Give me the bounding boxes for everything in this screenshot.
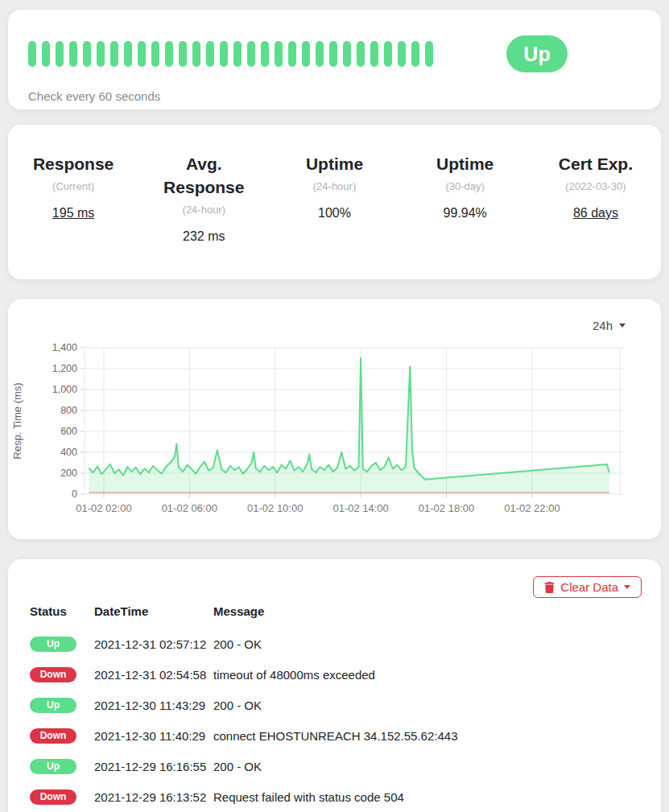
heartbeat-bar[interactable] [206, 41, 214, 67]
stat-subtitle: (30-day) [408, 180, 522, 192]
stat-value: 86 days [539, 206, 653, 221]
events-card: Clear Data StatusDateTimeMessageUp2021-1… [8, 559, 661, 812]
heartbeat-bar[interactable] [247, 41, 255, 67]
x-tick-label: 01-02 18:00 [419, 502, 474, 514]
stat-title: Response [16, 152, 130, 175]
status-badge-up: Up [30, 698, 76, 713]
status-badge-up: Up [30, 759, 76, 774]
heartbeat-bar[interactable] [165, 41, 173, 67]
stat-title: Uptime [277, 152, 391, 175]
heartbeat-bar[interactable] [83, 41, 91, 67]
stat-column-cert-exp-2022-03-30-: Cert Exp.(2022-03-30)86 days [531, 152, 661, 279]
stat-subtitle: (Current) [16, 180, 130, 192]
heartbeat-bar[interactable] [343, 41, 351, 67]
stats-card: Response(Current)195 msAvg. Response(24-… [8, 125, 661, 279]
event-datetime: 2021-12-30 11:43:29 [94, 699, 213, 712]
status-badge-down: Down [30, 728, 76, 744]
heartbeat-bar[interactable] [28, 41, 36, 67]
y-tick-label: 1,400 [52, 342, 77, 353]
heartbeat-bar[interactable] [138, 41, 146, 67]
stat-column-uptime-24-hour-: Uptime(24-hour)100% [269, 152, 399, 279]
x-tick-label: 01-02 22:00 [504, 502, 560, 514]
status-badge-down: Down [30, 667, 76, 682]
y-axis-label: Resp. Time (ms) [11, 382, 23, 459]
table-row: Up2021-12-29 16:16:55200 - OK [30, 751, 639, 781]
table-row: Up2021-12-31 02:57:12200 - OK [30, 629, 639, 659]
heartbeat-bar[interactable] [179, 41, 187, 67]
event-message: timeout of 48000ms exceeded [213, 668, 639, 682]
heartbeat-bar[interactable] [192, 41, 200, 67]
heartbeat-bar[interactable] [233, 41, 242, 67]
column-header-datetime: DateTime [94, 604, 213, 618]
status-badge-wrap: Up [433, 35, 641, 72]
heartbeat-bar[interactable] [370, 41, 378, 67]
heartbeat-section: Up [28, 35, 641, 72]
column-header-message: Message [213, 604, 639, 618]
heartbeat-bar[interactable] [384, 41, 392, 67]
event-message: connect EHOSTUNREACH 34.152.55.62:443 [213, 729, 639, 743]
y-tick-label: 200 [60, 468, 77, 479]
stat-value: 99.94% [408, 206, 522, 221]
status-badge-up: Up [30, 637, 76, 652]
heartbeat-bar[interactable] [261, 41, 269, 67]
heartbeat-bar[interactable] [302, 41, 310, 67]
table-row: Down2021-12-29 16:13:52Request failed wi… [30, 781, 639, 812]
event-datetime: 2021-12-31 02:57:12 [94, 637, 213, 651]
heartbeat-bar[interactable] [357, 41, 365, 67]
event-message: 200 - OK [213, 699, 639, 712]
heartbeat-bar[interactable] [110, 41, 118, 67]
clear-data-button[interactable]: Clear Data [533, 576, 642, 598]
heartbeat-bar[interactable] [425, 41, 433, 67]
check-interval-text: Check every 60 seconds [28, 89, 641, 103]
event-message: 200 - OK [213, 760, 639, 773]
heartbeat-bar[interactable] [124, 41, 132, 67]
chart-line-response-time [89, 358, 609, 480]
event-datetime: 2021-12-29 16:16:55 [94, 760, 213, 773]
chevron-down-icon [624, 585, 630, 589]
heartbeat-bar[interactable] [151, 41, 159, 67]
y-tick-label: 1,000 [52, 384, 77, 395]
response-chart-card: 24h 02004006008001,0001,2001,40001-02 02… [8, 299, 661, 539]
x-tick-label: 01-02 02:00 [76, 502, 131, 514]
x-tick-label: 01-02 10:00 [247, 502, 303, 514]
stat-value: 195 ms [16, 206, 130, 221]
stat-subtitle: (2022-03-30) [539, 180, 653, 192]
event-message: 200 - OK [213, 637, 639, 651]
y-tick-label: 800 [60, 405, 77, 416]
y-tick-label: 1,200 [52, 363, 77, 374]
response-time-chart: 02004006008001,0001,2001,40001-02 02:000… [8, 327, 661, 531]
heartbeat-bar[interactable] [316, 41, 324, 67]
y-tick-label: 600 [60, 426, 77, 437]
heartbeat-bar[interactable] [42, 41, 50, 67]
stat-title: Avg. Response [147, 152, 261, 199]
heartbeat-bar[interactable] [288, 41, 296, 67]
heartbeat-bar[interactable] [97, 41, 105, 67]
stat-subtitle: (24-hour) [147, 204, 261, 216]
x-tick-label: 01-02 06:00 [162, 502, 217, 514]
event-datetime: 2021-12-29 16:13:52 [94, 790, 213, 804]
stat-value: 100% [277, 206, 391, 221]
stat-column-response-current-: Response(Current)195 ms [8, 152, 138, 279]
heartbeat-bar[interactable] [329, 41, 337, 67]
status-badge-down: Down [30, 789, 76, 805]
heartbeat-bar[interactable] [220, 41, 228, 67]
stat-title: Cert Exp. [539, 152, 653, 175]
events-table-header: StatusDateTimeMessage [30, 604, 639, 629]
heartbeat-bar-row[interactable] [28, 41, 433, 67]
heartbeat-bar[interactable] [56, 41, 64, 67]
heartbeat-bar[interactable] [411, 41, 419, 67]
heartbeat-bar[interactable] [69, 41, 77, 67]
heartbeat-bar[interactable] [275, 41, 283, 67]
trash-icon [544, 582, 555, 593]
stat-subtitle: (24-hour) [277, 180, 391, 192]
y-tick-label: 400 [60, 447, 77, 458]
column-header-status: Status [30, 604, 94, 618]
table-row: Down2021-12-30 11:40:29connect EHOSTUNRE… [30, 720, 639, 751]
x-tick-label: 01-02 14:00 [332, 502, 388, 514]
heartbeat-bar[interactable] [398, 41, 406, 67]
table-row: Up2021-12-30 11:43:29200 - OK [30, 690, 639, 720]
table-row: Down2021-12-31 02:54:58timeout of 48000m… [30, 659, 639, 690]
stat-title: Uptime [408, 152, 522, 175]
clear-data-label: Clear Data [560, 580, 618, 594]
chart-area-fill [89, 358, 609, 494]
